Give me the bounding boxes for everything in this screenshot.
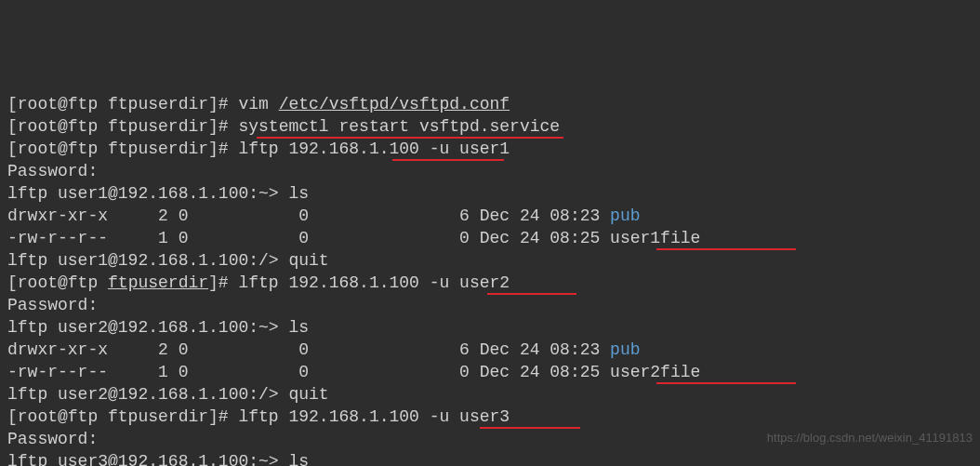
output-text: lftp user2@192.168.1.100:/> quit xyxy=(7,385,329,404)
terminal-line: [root@ftp ftpuserdir]# lftp 192.168.1.10… xyxy=(7,272,973,294)
watermark: https://blog.csdn.net/weixin_41191813 xyxy=(767,427,973,449)
file-name: pub xyxy=(610,206,640,225)
command: lftp 192.168.1.100 -u user3 xyxy=(238,407,510,426)
command: vim /etc/vsftpd/vsftpd.conf xyxy=(238,95,510,113)
terminal-line: lftp user1@192.168.1.100:/> quit xyxy=(7,249,973,272)
terminal-line: drwxr-xr-x 2 0 0 6 Dec 24 08:23 pub xyxy=(7,205,973,227)
terminal-line: lftp user2@192.168.1.100:~> ls xyxy=(7,316,973,339)
output-text: Password: xyxy=(7,430,98,448)
terminal-line: Password: xyxy=(7,294,973,316)
terminal-line: -rw-r--r-- 1 0 0 0 Dec 24 08:25 user2fil… xyxy=(7,361,973,383)
terminal-line: drwxr-xr-x 2 0 0 6 Dec 24 08:23 pub xyxy=(7,339,973,361)
file-name: user2file xyxy=(610,363,700,381)
command: lftp 192.168.1.100 -u user1 xyxy=(238,140,510,158)
shell-prompt: [root@ftp ftpuserdir]# xyxy=(7,273,238,292)
terminal-line: lftp user3@192.168.1.100:~> ls xyxy=(7,450,973,466)
terminal-line: [root@ftp ftpuserdir]# lftp 192.168.1.10… xyxy=(7,406,973,428)
file-name: user1file xyxy=(610,229,700,247)
output-text: lftp user1@192.168.1.100:/> quit xyxy=(7,251,329,270)
command: systemctl restart vsftpd.service xyxy=(238,117,560,136)
terminal-line: lftp user1@192.168.1.100:~> ls xyxy=(7,182,973,205)
shell-prompt: [root@ftp ftpuserdir]# xyxy=(7,407,238,426)
terminal-line: [root@ftp ftpuserdir]# lftp 192.168.1.10… xyxy=(7,138,973,160)
command: lftp 192.168.1.100 -u user2 xyxy=(238,273,510,292)
shell-prompt: [root@ftp ftpuserdir]# xyxy=(7,117,238,136)
shell-prompt: [root@ftp ftpuserdir]# xyxy=(7,140,238,158)
output-text: lftp user3@192.168.1.100:~> ls xyxy=(7,452,309,466)
terminal-line: -rw-r--r-- 1 0 0 0 Dec 24 08:25 user1fil… xyxy=(7,227,973,249)
output-text: Password: xyxy=(7,162,98,180)
terminal-output[interactable]: [root@ftp ftpuserdir]# vim /etc/vsftpd/v… xyxy=(7,93,973,466)
output-text: lftp user1@192.168.1.100:~> ls xyxy=(7,184,309,203)
file-name: pub xyxy=(610,340,640,359)
shell-prompt: [root@ftp ftpuserdir]# xyxy=(7,95,238,113)
terminal-line: [root@ftp ftpuserdir]# vim /etc/vsftpd/v… xyxy=(7,93,973,115)
output-text: Password: xyxy=(7,296,98,314)
output-text: lftp user2@192.168.1.100:~> ls xyxy=(7,318,309,337)
terminal-line: [root@ftp ftpuserdir]# systemctl restart… xyxy=(7,115,973,138)
terminal-line: lftp user2@192.168.1.100:/> quit xyxy=(7,383,973,406)
terminal-line: Password: xyxy=(7,160,973,182)
